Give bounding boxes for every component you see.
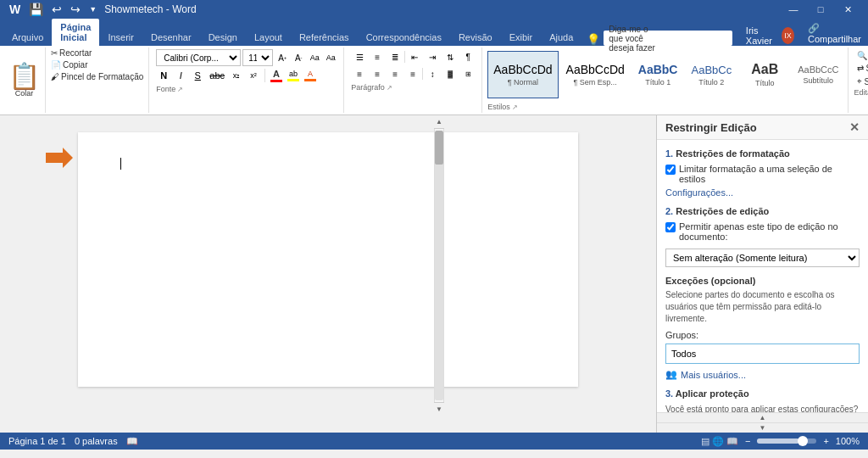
bullets-button[interactable]: ☰ <box>351 49 368 64</box>
style-preview-sem-esp: AaBbCcDd <box>566 63 625 76</box>
show-marks-button[interactable]: ¶ <box>459 49 476 64</box>
recortar-button[interactable]: ✂ Recortar <box>49 47 145 59</box>
pincel-button[interactable]: 🖌 Pincel de Formatação <box>49 71 145 82</box>
style-titulo1[interactable]: AaBbC Título 1 <box>632 51 684 98</box>
paragraph-expand-icon[interactable]: ↗ <box>387 84 392 92</box>
style-subtitulo[interactable]: AaBbCcC Subtítulo <box>792 51 844 98</box>
edit-restrict-checkbox[interactable] <box>665 222 676 232</box>
section-apply-protection: 3. Aplicar proteção Você está pronto par… <box>665 388 860 412</box>
clear-format-button[interactable]: Aa <box>307 50 322 65</box>
quick-access: W 💾 ↩ ↪ ▼ <box>7 3 99 16</box>
case-button[interactable]: Aa <box>323 50 338 65</box>
panel-scroll-up[interactable]: ▲ <box>657 412 868 422</box>
save-icon[interactable]: 💾 <box>26 3 46 16</box>
font-color-button[interactable]: A <box>303 68 318 83</box>
bold-button[interactable]: N <box>156 68 171 83</box>
tab-referencias[interactable]: Referências <box>291 29 358 46</box>
font-size-select[interactable]: 11 <box>242 49 273 66</box>
zoom-out-button[interactable]: − <box>745 436 750 446</box>
text-color-button[interactable]: A <box>269 68 284 83</box>
font-expand-icon[interactable]: ↗ <box>177 86 183 93</box>
increase-font-button[interactable]: A+ <box>275 50 290 65</box>
multilevel-button[interactable]: ≣ <box>387 49 403 64</box>
paste-button[interactable]: 📋 Colar <box>3 47 46 113</box>
align-right-button[interactable]: ≡ <box>387 66 403 81</box>
mais-usuarios-button[interactable]: 👥 Mais usuários... <box>665 369 860 380</box>
line-spacing-button[interactable]: ↕ <box>424 66 441 81</box>
tab-ajuda[interactable]: Ajuda <box>541 29 581 46</box>
scroll-down-button[interactable]: ▼ <box>434 402 444 416</box>
panel-close-button[interactable]: ✕ <box>849 120 860 134</box>
style-normal[interactable]: AaBbCcDd ¶ Normal <box>487 51 558 98</box>
print-view-button[interactable]: ▤ <box>701 436 709 447</box>
user-avatar[interactable]: IX <box>782 27 794 44</box>
scroll-up-button[interactable]: ▲ <box>434 115 444 129</box>
sort-button[interactable]: ⇅ <box>442 49 459 64</box>
redo-icon[interactable]: ↪ <box>68 3 83 16</box>
decrease-indent-button[interactable]: ⇤ <box>406 49 423 64</box>
maximize-button[interactable]: □ <box>807 0 834 19</box>
style-sem-esp[interactable]: AaBbCcDd ¶ Sem Esp... <box>560 51 631 98</box>
tab-layout[interactable]: Layout <box>246 29 291 46</box>
web-view-button[interactable]: 🌐 <box>712 436 724 447</box>
shade-button[interactable]: ▓ <box>442 66 459 81</box>
grupos-input[interactable] <box>665 344 860 364</box>
font-name-select[interactable]: Calibri (Corp... <box>156 49 241 66</box>
strikethrough-button[interactable]: abc <box>207 68 227 83</box>
read-view-button[interactable]: 📖 <box>726 436 738 447</box>
style-titulo2[interactable]: AaBbCc Título 2 <box>685 51 737 98</box>
zoom-thumb[interactable] <box>798 436 808 446</box>
para-divider1 <box>404 51 405 63</box>
titlebar-controls: — □ ✕ <box>780 0 861 19</box>
style-label-titulo: Título <box>755 79 775 87</box>
share-button[interactable]: 🔗 Compartilhar <box>801 21 868 46</box>
zoom-in-button[interactable]: + <box>823 436 828 446</box>
styles-expand-icon[interactable]: ↗ <box>512 103 518 111</box>
close-button[interactable]: ✕ <box>834 0 861 19</box>
tab-pagina-inicial[interactable]: Página Inicial <box>52 19 99 46</box>
zoom-slider[interactable] <box>757 438 816 444</box>
edit-type-select[interactable]: Sem alteração (Somente leitura) Comentár… <box>665 249 860 267</box>
doc-vertical-scrollbar[interactable]: ▲ ▼ <box>434 115 444 416</box>
style-titulo[interactable]: AaB Título <box>739 51 790 98</box>
tab-exibir[interactable]: Exibir <box>501 29 542 46</box>
copiar-button[interactable]: 📄 Copiar <box>49 59 145 70</box>
superscript-button[interactable]: x² <box>246 68 261 83</box>
undo-icon[interactable]: ↩ <box>49 3 64 16</box>
customize-icon[interactable]: ▼ <box>86 5 99 14</box>
tab-inserir[interactable]: Inserir <box>99 29 142 46</box>
localizar-button[interactable]: 🔍 Localizar <box>854 49 868 62</box>
search-prompt[interactable]: Diga-me o que você deseja fazer <box>604 31 732 46</box>
italic-button[interactable]: I <box>173 68 188 83</box>
selecionar-button[interactable]: ⌖ Selecionar <box>854 75 868 88</box>
edit-restrict-checkbox-row: Permitir apenas este tipo de edição no d… <box>665 221 860 242</box>
tab-arquivo[interactable]: Arquivo <box>3 29 52 46</box>
clipboard-group: 📋 Colar ✂ Recortar 📄 Copiar 🖌 Pincel de … <box>3 47 149 113</box>
highlight-color-button[interactable]: ab <box>286 68 301 83</box>
panel-header: Restringir Edição ✕ <box>657 115 868 140</box>
subscript-button[interactable]: x₂ <box>229 68 244 83</box>
document-area[interactable]: ▲ ▼ <box>0 115 656 433</box>
tab-design[interactable]: Design <box>200 29 246 46</box>
substituir-button[interactable]: ⇄ Substituir <box>854 62 868 75</box>
border-button[interactable]: ⊞ <box>459 66 476 81</box>
tab-correspondencias[interactable]: Correspondências <box>358 29 450 46</box>
increase-indent-button[interactable]: ⇥ <box>424 49 441 64</box>
document-page[interactable] <box>78 132 578 387</box>
tab-revisao[interactable]: Revisão <box>450 29 501 46</box>
format-restrict-checkbox[interactable] <box>665 165 676 175</box>
justify-button[interactable]: ≡ <box>404 66 421 81</box>
minimize-button[interactable]: — <box>780 0 807 19</box>
search-icon: 🔍 <box>857 51 867 60</box>
tab-desenhar[interactable]: Desenhar <box>142 29 200 46</box>
ribbon-tabs-row: Arquivo Página Inicial Inserir Desenhar … <box>0 19 868 46</box>
panel-scroll-down[interactable]: ▼ <box>657 422 868 433</box>
section-edit-restrictions: 2. Restrições de edição Permitir apenas … <box>665 206 860 267</box>
underline-button[interactable]: S <box>190 68 205 83</box>
decrease-font-button[interactable]: A- <box>291 50 306 65</box>
align-center-button[interactable]: ≡ <box>369 66 386 81</box>
numbering-button[interactable]: ≡ <box>369 49 386 64</box>
align-left-button[interactable]: ≡ <box>351 66 368 81</box>
font-color-bar <box>304 79 316 81</box>
configuracoes-link[interactable]: Configurações... <box>665 187 733 198</box>
